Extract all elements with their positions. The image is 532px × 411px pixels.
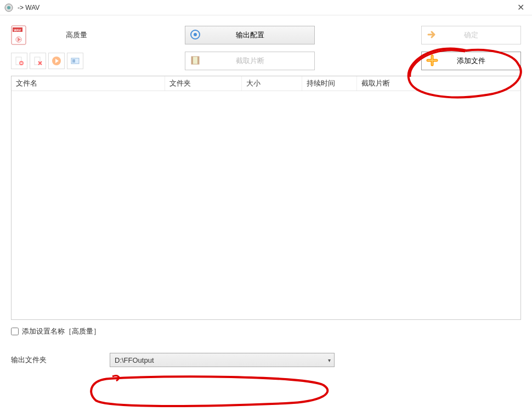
output-folder-label: 输出文件夹 — [11, 355, 55, 365]
bottom-section: 添加设置名称［高质量］ 输出文件夹 D:\FFOutput ▾ — [0, 320, 532, 374]
add-settings-name-row: 添加设置名称［高质量］ — [11, 326, 521, 336]
svg-point-7 — [194, 33, 197, 36]
window-title: -> WAV — [18, 4, 514, 12]
second-row: 截取片断 添加文件 — [0, 48, 532, 76]
app-icon — [4, 3, 13, 12]
plus-icon — [426, 54, 438, 68]
add-file-label: 添加文件 — [457, 56, 485, 66]
film-icon — [190, 55, 201, 67]
arrow-right-icon — [426, 29, 437, 42]
play-button[interactable] — [48, 53, 65, 69]
chevron-down-icon: ▾ — [328, 357, 331, 363]
info-button[interactable] — [67, 53, 83, 69]
svg-rect-16 — [191, 57, 193, 64]
th-clip[interactable]: 截取片断 — [357, 76, 520, 91]
annotation-circle-output-folder — [82, 373, 346, 411]
th-folder[interactable]: 文件夹 — [165, 76, 242, 91]
wav-format-icon: WAV — [11, 25, 26, 45]
th-filename[interactable]: 文件名 — [12, 76, 165, 91]
clip-button[interactable]: 截取片断 — [185, 52, 315, 70]
add-settings-name-label: 添加设置名称［高质量］ — [22, 326, 100, 336]
close-button[interactable]: ✕ — [514, 2, 528, 13]
svg-rect-14 — [72, 59, 75, 63]
add-settings-name-checkbox[interactable] — [11, 328, 19, 335]
output-folder-select[interactable]: D:\FFOutput ▾ — [110, 353, 335, 367]
quality-label: 高质量 — [66, 30, 87, 40]
clip-label: 截取片断 — [236, 56, 264, 66]
th-duration[interactable]: 持续时间 — [302, 76, 357, 91]
svg-rect-17 — [197, 57, 199, 64]
remove-button[interactable] — [11, 53, 27, 69]
file-table: 文件名 文件夹 大小 持续时间 截取片断 — [11, 76, 521, 320]
top-row: WAV 高质量 输出配置 确定 — [0, 15, 532, 48]
svg-point-1 — [7, 6, 10, 9]
table-body — [12, 91, 520, 322]
delete-button[interactable] — [30, 53, 46, 69]
th-size[interactable]: 大小 — [242, 76, 302, 91]
output-config-button[interactable]: 输出配置 — [185, 26, 315, 44]
svg-text:WAV: WAV — [14, 29, 21, 32]
add-file-button[interactable]: 添加文件 — [421, 52, 521, 70]
output-folder-value: D:\FFOutput — [115, 356, 154, 364]
ok-button[interactable]: 确定 — [421, 26, 521, 44]
ok-label: 确定 — [464, 30, 478, 40]
output-config-label: 输出配置 — [236, 30, 264, 40]
output-folder-row: 输出文件夹 D:\FFOutput ▾ — [11, 353, 521, 367]
gear-icon — [190, 29, 201, 42]
svg-rect-10 — [20, 63, 22, 64]
table-header: 文件名 文件夹 大小 持续时间 截取片断 — [12, 76, 520, 91]
small-buttons — [11, 53, 83, 69]
title-bar: -> WAV ✕ — [0, 0, 532, 15]
